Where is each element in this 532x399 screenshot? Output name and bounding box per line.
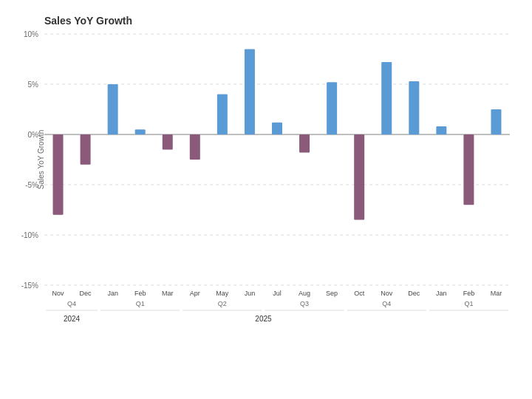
svg-text:-10%: -10% [21,231,38,239]
svg-text:Jan: Jan [107,290,118,297]
svg-text:Oct: Oct [354,290,365,297]
chart-title: Sales YoY Growth [44,15,510,27]
svg-rect-14 [108,84,118,134]
svg-text:Mar: Mar [491,290,502,297]
svg-rect-12 [53,134,64,215]
svg-rect-17 [190,134,200,160]
svg-text:-5%: -5% [25,181,38,189]
svg-text:5%: 5% [28,81,39,89]
svg-rect-13 [81,134,91,165]
svg-text:Jun: Jun [245,290,256,297]
svg-rect-21 [299,134,310,152]
svg-rect-19 [245,49,255,134]
svg-text:Nov: Nov [381,290,393,297]
svg-text:Q1: Q1 [136,300,145,307]
svg-text:Q4: Q4 [382,300,391,307]
svg-rect-20 [272,123,282,134]
svg-text:2024: 2024 [64,315,81,323]
svg-text:10%: 10% [24,30,38,38]
svg-rect-24 [381,62,392,134]
svg-text:Q1: Q1 [464,300,473,307]
svg-text:Sep: Sep [326,290,338,297]
svg-text:Feb: Feb [134,290,146,297]
svg-text:Dec: Dec [408,290,420,297]
svg-text:Q3: Q3 [300,300,309,307]
svg-text:Q2: Q2 [218,300,227,307]
svg-rect-16 [163,134,173,149]
chart-svg: 10%5%0%-5%-10%-15% [44,34,510,285]
svg-rect-18 [217,95,228,134]
svg-rect-22 [327,82,337,134]
chart-area: Sales YoY Growth 10%5%0%-5%-10%-15% NovD… [44,34,510,285]
svg-text:Mar: Mar [162,290,174,297]
svg-text:Jul: Jul [273,290,282,297]
svg-text:Aug: Aug [299,290,310,297]
svg-rect-26 [436,126,446,134]
svg-text:-15%: -15% [21,282,38,290]
svg-text:Apr: Apr [190,290,200,297]
svg-text:2025: 2025 [255,315,272,323]
svg-rect-27 [463,134,474,205]
svg-text:Jan: Jan [436,290,447,297]
svg-rect-15 [135,129,146,134]
svg-text:0%: 0% [28,131,39,139]
svg-rect-25 [409,81,419,134]
svg-rect-28 [491,109,501,134]
svg-rect-23 [354,134,364,220]
svg-text:May: May [216,290,229,297]
svg-text:Feb: Feb [463,290,475,297]
chart-container: Sales YoY Growth Sales YoY Growth 10%5%0… [0,0,532,399]
svg-text:Q4: Q4 [67,300,76,307]
svg-text:Nov: Nov [52,290,65,297]
svg-text:Dec: Dec [80,290,92,297]
